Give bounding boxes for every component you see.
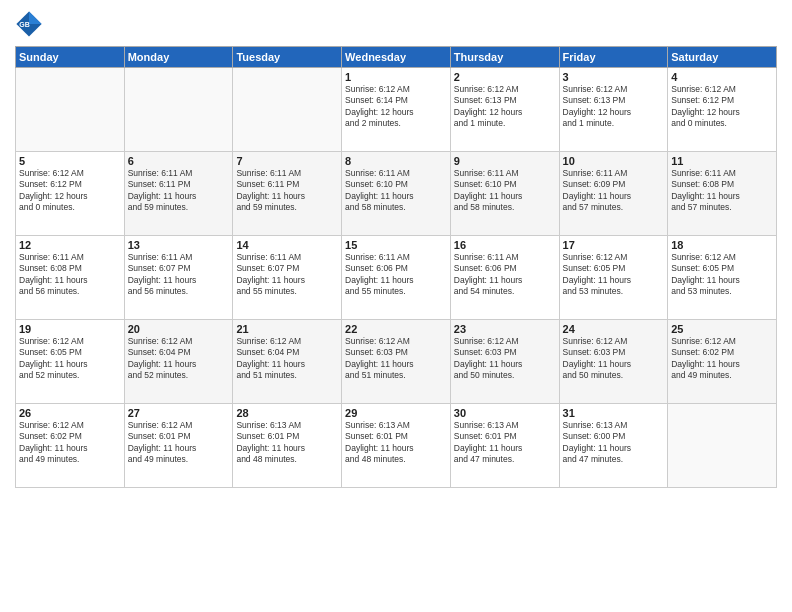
- day-number: 18: [671, 239, 773, 251]
- day-cell: 14Sunrise: 6:11 AM Sunset: 6:07 PM Dayli…: [233, 236, 342, 320]
- day-cell: 25Sunrise: 6:12 AM Sunset: 6:02 PM Dayli…: [668, 320, 777, 404]
- day-number: 12: [19, 239, 121, 251]
- svg-text:GB: GB: [19, 21, 30, 28]
- day-info: Sunrise: 6:12 AM Sunset: 6:04 PM Dayligh…: [236, 336, 338, 382]
- day-number: 4: [671, 71, 773, 83]
- day-number: 22: [345, 323, 447, 335]
- week-row-3: 19Sunrise: 6:12 AM Sunset: 6:05 PM Dayli…: [16, 320, 777, 404]
- day-info: Sunrise: 6:12 AM Sunset: 6:05 PM Dayligh…: [19, 336, 121, 382]
- day-cell: 30Sunrise: 6:13 AM Sunset: 6:01 PM Dayli…: [450, 404, 559, 488]
- day-info: Sunrise: 6:12 AM Sunset: 6:02 PM Dayligh…: [671, 336, 773, 382]
- day-cell: 8Sunrise: 6:11 AM Sunset: 6:10 PM Daylig…: [342, 152, 451, 236]
- day-number: 9: [454, 155, 556, 167]
- day-cell: 11Sunrise: 6:11 AM Sunset: 6:08 PM Dayli…: [668, 152, 777, 236]
- day-number: 31: [563, 407, 665, 419]
- day-cell: 23Sunrise: 6:12 AM Sunset: 6:03 PM Dayli…: [450, 320, 559, 404]
- day-number: 7: [236, 155, 338, 167]
- day-info: Sunrise: 6:11 AM Sunset: 6:06 PM Dayligh…: [454, 252, 556, 298]
- day-cell: 18Sunrise: 6:12 AM Sunset: 6:05 PM Dayli…: [668, 236, 777, 320]
- day-cell: 28Sunrise: 6:13 AM Sunset: 6:01 PM Dayli…: [233, 404, 342, 488]
- day-info: Sunrise: 6:13 AM Sunset: 6:01 PM Dayligh…: [345, 420, 447, 466]
- day-info: Sunrise: 6:12 AM Sunset: 6:14 PM Dayligh…: [345, 84, 447, 130]
- day-cell: 13Sunrise: 6:11 AM Sunset: 6:07 PM Dayli…: [124, 236, 233, 320]
- header: GB: [15, 10, 777, 38]
- day-number: 1: [345, 71, 447, 83]
- day-info: Sunrise: 6:13 AM Sunset: 6:01 PM Dayligh…: [454, 420, 556, 466]
- day-number: 26: [19, 407, 121, 419]
- day-cell: 3Sunrise: 6:12 AM Sunset: 6:13 PM Daylig…: [559, 68, 668, 152]
- day-number: 27: [128, 407, 230, 419]
- day-cell: 10Sunrise: 6:11 AM Sunset: 6:09 PM Dayli…: [559, 152, 668, 236]
- day-cell: 22Sunrise: 6:12 AM Sunset: 6:03 PM Dayli…: [342, 320, 451, 404]
- day-info: Sunrise: 6:11 AM Sunset: 6:08 PM Dayligh…: [19, 252, 121, 298]
- day-number: 25: [671, 323, 773, 335]
- calendar: SundayMondayTuesdayWednesdayThursdayFrid…: [15, 46, 777, 488]
- day-number: 17: [563, 239, 665, 251]
- weekday-header-row: SundayMondayTuesdayWednesdayThursdayFrid…: [16, 47, 777, 68]
- day-cell: 12Sunrise: 6:11 AM Sunset: 6:08 PM Dayli…: [16, 236, 125, 320]
- day-number: 19: [19, 323, 121, 335]
- day-info: Sunrise: 6:12 AM Sunset: 6:05 PM Dayligh…: [671, 252, 773, 298]
- day-info: Sunrise: 6:11 AM Sunset: 6:10 PM Dayligh…: [454, 168, 556, 214]
- day-info: Sunrise: 6:12 AM Sunset: 6:13 PM Dayligh…: [563, 84, 665, 130]
- week-row-0: 1Sunrise: 6:12 AM Sunset: 6:14 PM Daylig…: [16, 68, 777, 152]
- day-info: Sunrise: 6:12 AM Sunset: 6:02 PM Dayligh…: [19, 420, 121, 466]
- day-cell: 17Sunrise: 6:12 AM Sunset: 6:05 PM Dayli…: [559, 236, 668, 320]
- day-cell: 20Sunrise: 6:12 AM Sunset: 6:04 PM Dayli…: [124, 320, 233, 404]
- day-info: Sunrise: 6:12 AM Sunset: 6:01 PM Dayligh…: [128, 420, 230, 466]
- day-cell: [668, 404, 777, 488]
- day-cell: [124, 68, 233, 152]
- week-row-4: 26Sunrise: 6:12 AM Sunset: 6:02 PM Dayli…: [16, 404, 777, 488]
- day-info: Sunrise: 6:11 AM Sunset: 6:11 PM Dayligh…: [128, 168, 230, 214]
- day-cell: 24Sunrise: 6:12 AM Sunset: 6:03 PM Dayli…: [559, 320, 668, 404]
- day-number: 10: [563, 155, 665, 167]
- day-cell: 31Sunrise: 6:13 AM Sunset: 6:00 PM Dayli…: [559, 404, 668, 488]
- day-cell: 5Sunrise: 6:12 AM Sunset: 6:12 PM Daylig…: [16, 152, 125, 236]
- weekday-header-thursday: Thursday: [450, 47, 559, 68]
- day-info: Sunrise: 6:11 AM Sunset: 6:10 PM Dayligh…: [345, 168, 447, 214]
- day-info: Sunrise: 6:11 AM Sunset: 6:07 PM Dayligh…: [236, 252, 338, 298]
- day-number: 11: [671, 155, 773, 167]
- day-number: 2: [454, 71, 556, 83]
- day-info: Sunrise: 6:11 AM Sunset: 6:07 PM Dayligh…: [128, 252, 230, 298]
- weekday-header-friday: Friday: [559, 47, 668, 68]
- day-cell: [233, 68, 342, 152]
- day-info: Sunrise: 6:11 AM Sunset: 6:09 PM Dayligh…: [563, 168, 665, 214]
- day-cell: 4Sunrise: 6:12 AM Sunset: 6:12 PM Daylig…: [668, 68, 777, 152]
- weekday-header-saturday: Saturday: [668, 47, 777, 68]
- page: GB SundayMondayTuesdayWednesdayThursdayF…: [0, 0, 792, 612]
- day-cell: 16Sunrise: 6:11 AM Sunset: 6:06 PM Dayli…: [450, 236, 559, 320]
- weekday-header-monday: Monday: [124, 47, 233, 68]
- day-info: Sunrise: 6:12 AM Sunset: 6:03 PM Dayligh…: [563, 336, 665, 382]
- logo-icon: GB: [15, 10, 43, 38]
- day-info: Sunrise: 6:11 AM Sunset: 6:06 PM Dayligh…: [345, 252, 447, 298]
- day-number: 3: [563, 71, 665, 83]
- day-number: 13: [128, 239, 230, 251]
- weekday-header-sunday: Sunday: [16, 47, 125, 68]
- day-info: Sunrise: 6:11 AM Sunset: 6:08 PM Dayligh…: [671, 168, 773, 214]
- day-info: Sunrise: 6:12 AM Sunset: 6:05 PM Dayligh…: [563, 252, 665, 298]
- day-cell: 2Sunrise: 6:12 AM Sunset: 6:13 PM Daylig…: [450, 68, 559, 152]
- day-cell: 19Sunrise: 6:12 AM Sunset: 6:05 PM Dayli…: [16, 320, 125, 404]
- day-info: Sunrise: 6:12 AM Sunset: 6:12 PM Dayligh…: [19, 168, 121, 214]
- day-cell: 1Sunrise: 6:12 AM Sunset: 6:14 PM Daylig…: [342, 68, 451, 152]
- day-number: 28: [236, 407, 338, 419]
- day-number: 29: [345, 407, 447, 419]
- day-number: 20: [128, 323, 230, 335]
- day-number: 6: [128, 155, 230, 167]
- weekday-header-tuesday: Tuesday: [233, 47, 342, 68]
- day-number: 24: [563, 323, 665, 335]
- day-cell: 9Sunrise: 6:11 AM Sunset: 6:10 PM Daylig…: [450, 152, 559, 236]
- week-row-1: 5Sunrise: 6:12 AM Sunset: 6:12 PM Daylig…: [16, 152, 777, 236]
- logo: GB: [15, 10, 45, 38]
- day-info: Sunrise: 6:12 AM Sunset: 6:13 PM Dayligh…: [454, 84, 556, 130]
- day-info: Sunrise: 6:13 AM Sunset: 6:00 PM Dayligh…: [563, 420, 665, 466]
- week-row-2: 12Sunrise: 6:11 AM Sunset: 6:08 PM Dayli…: [16, 236, 777, 320]
- day-info: Sunrise: 6:12 AM Sunset: 6:03 PM Dayligh…: [454, 336, 556, 382]
- day-number: 23: [454, 323, 556, 335]
- day-number: 15: [345, 239, 447, 251]
- day-cell: 6Sunrise: 6:11 AM Sunset: 6:11 PM Daylig…: [124, 152, 233, 236]
- day-info: Sunrise: 6:13 AM Sunset: 6:01 PM Dayligh…: [236, 420, 338, 466]
- day-cell: 26Sunrise: 6:12 AM Sunset: 6:02 PM Dayli…: [16, 404, 125, 488]
- svg-marker-1: [29, 11, 42, 24]
